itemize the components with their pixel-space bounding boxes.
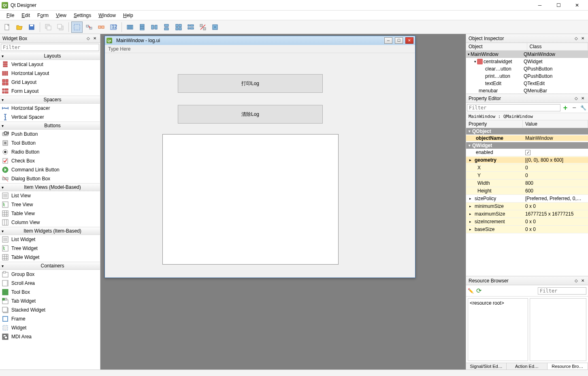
widget-item[interactable]: Column View [0,218,100,227]
edit-taborder-icon[interactable]: 123 [108,21,119,33]
menu-settings[interactable]: Settings [70,12,94,19]
layout-vert-icon[interactable] [136,21,148,33]
adjust-size-icon[interactable] [209,21,221,33]
maximize-button[interactable]: ☐ [549,0,568,11]
resource-preview[interactable] [530,298,587,361]
menu-view[interactable]: View [53,12,70,19]
property-group[interactable]: ▾ QObject [466,128,588,135]
dock-float-icon[interactable]: ◇ [85,36,91,41]
tab-signal-slot[interactable]: Signal/Slot Ed… [466,363,507,370]
property-row[interactable]: ▸baseSize0 x 0 [466,226,588,233]
widget-item[interactable]: Horizontal Layout [0,69,100,78]
widget-item[interactable]: Grid Layout [0,78,100,87]
log-textedit[interactable] [162,134,339,265]
property-row[interactable]: ▸sizeIncrement0 x 0 [466,218,588,226]
type-here-hint[interactable]: Type Here [108,46,130,52]
edit-resources-icon[interactable]: ✏️ [468,288,474,294]
layout-vert-splitter-icon[interactable] [161,21,172,33]
widget-item[interactable]: Tool Button [0,139,100,147]
menu-help[interactable]: Help [120,12,136,19]
property-row[interactable]: Y0 [466,172,588,179]
widget-item[interactable]: List Widget [0,235,100,244]
widget-item[interactable]: Dialog Button Box [0,174,100,183]
dock-close-icon[interactable]: ✕ [580,36,586,41]
widget-item[interactable]: Frame [0,314,100,323]
widget-filter-input[interactable] [1,44,99,51]
dock-float-icon[interactable]: ◇ [573,96,579,101]
save-file-icon[interactable] [26,21,37,33]
dock-float-icon[interactable]: ◇ [573,278,579,284]
widget-item[interactable]: Tree Widget [0,244,100,253]
object-row[interactable]: ▾MainWindowQMainWindow [466,51,588,58]
property-row[interactable]: ▸maximumSize16777215 x 16777215 [466,210,588,218]
layout-horiz-splitter-icon[interactable] [149,21,160,33]
widget-item[interactable]: Widget [0,323,100,332]
widget-item[interactable]: Table Widget [0,253,100,262]
edit-signals-icon[interactable] [83,21,95,33]
widget-item[interactable]: Check Box [0,156,100,165]
object-row[interactable]: print…uttonQPushButton [466,73,588,80]
widget-item[interactable]: Table View [0,209,100,218]
widget-item[interactable]: Tree View [0,200,100,209]
widget-item[interactable]: Radio Button [0,147,100,156]
category-header[interactable]: ▾Spacers [0,96,100,104]
dock-close-icon[interactable]: ✕ [580,278,586,284]
widget-item[interactable]: Vertical Spacer [0,113,100,122]
layout-form-icon[interactable] [185,21,196,33]
category-header[interactable]: ▾Item Widgets (Item-Based) [0,227,100,235]
design-max-button[interactable]: ☐ [395,37,403,44]
widget-item[interactable]: OKPush Button [0,130,100,139]
property-row[interactable]: Height600 [466,187,588,195]
object-row[interactable]: clear…uttonQPushButton [466,65,588,73]
menu-window[interactable]: Window [95,12,119,19]
property-row[interactable]: enabled✓ [466,149,588,156]
object-row[interactable]: textEditQTextEdit [466,80,588,87]
design-window[interactable]: Qt MainWindow - log.ui ─ ☐ ✕ Type Here 打… [104,36,415,278]
property-row[interactable]: ▸minimumSize0 x 0 [466,203,588,210]
menu-file[interactable]: File [3,12,17,19]
tab-resource-browser[interactable]: Resource Bro… [548,363,588,370]
property-row[interactable]: X0 [466,164,588,172]
edit-widgets-icon[interactable] [71,21,83,33]
edit-buddies-icon[interactable] [96,21,107,33]
add-property-icon[interactable]: + [561,104,569,112]
dock-float-icon[interactable]: ◇ [573,36,579,41]
object-row[interactable]: ▾centralwidgetQWidget [466,58,588,65]
clear-log-button[interactable]: 清除Log [178,105,323,124]
reload-resources-icon[interactable]: ⟳ [476,287,481,295]
minimize-button[interactable]: ─ [530,0,549,11]
config-icon[interactable]: 🔧 [579,104,587,112]
dock-close-icon[interactable]: ✕ [92,36,98,41]
print-log-button[interactable]: 打印Log [178,74,323,93]
widget-item[interactable]: Group Box [0,270,100,279]
widget-item[interactable]: Scroll Area [0,279,100,288]
open-file-icon[interactable] [14,21,25,33]
resource-tree[interactable]: <resource root> [468,298,528,361]
close-button[interactable]: ✕ [568,0,586,11]
category-header[interactable]: ▾Item Views (Model-Based) [0,183,100,191]
bring-front-icon[interactable] [55,21,66,33]
remove-property-icon[interactable]: − [570,104,578,112]
widget-item[interactable]: Vertical Layout [0,60,100,69]
design-menubar[interactable]: Type Here [105,45,415,53]
property-filter-input[interactable] [467,104,560,111]
break-layout-icon[interactable] [197,21,209,33]
new-file-icon[interactable] [2,21,13,33]
design-canvas[interactable]: 打印Log 清除Log [105,53,415,278]
design-window-titlebar[interactable]: Qt MainWindow - log.ui ─ ☐ ✕ [105,36,415,45]
property-row[interactable]: objectNameMainWindow [466,135,588,142]
widget-item[interactable]: Form Layout [0,87,100,96]
layout-grid-icon[interactable] [173,21,184,33]
category-header[interactable]: ▾Containers [0,262,100,270]
property-group[interactable]: ▾ QWidget [466,142,588,149]
object-row[interactable]: menubarQMenuBar [466,87,588,94]
property-row[interactable]: ▸geometry[(0, 0), 800 x 600] [466,156,588,164]
object-tree[interactable]: ▾MainWindowQMainWindow▾centralwidgetQWid… [466,51,588,94]
widget-item[interactable]: Stacked Widget [0,306,100,314]
category-header[interactable]: ▾Buttons [0,122,100,130]
widget-item[interactable]: Tool Box [0,288,100,297]
design-min-button[interactable]: ─ [384,37,392,44]
menu-edit[interactable]: Edit [18,12,33,19]
layout-horiz-icon[interactable] [124,21,136,33]
property-row[interactable]: ▸sizePolicy[Preferred, Preferred, 0,… [466,195,588,203]
